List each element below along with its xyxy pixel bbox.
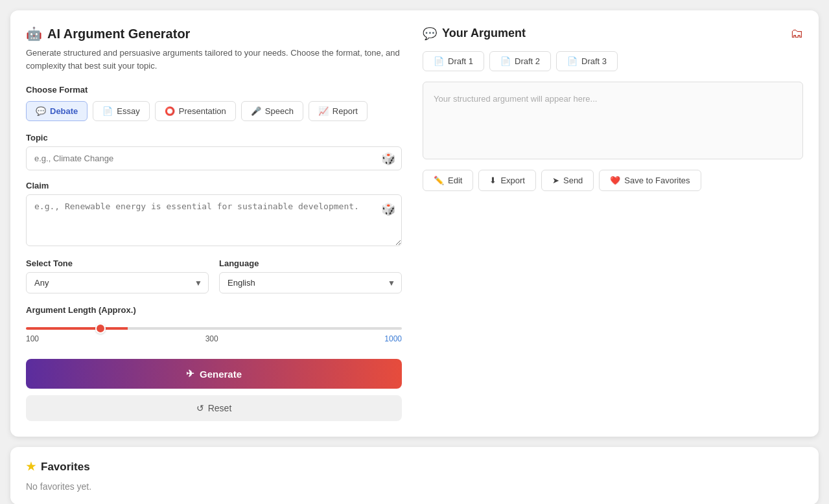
length-slider[interactable] — [26, 327, 402, 330]
draft-2-tab[interactable]: 📄 Draft 2 — [489, 51, 551, 71]
claim-input[interactable] — [26, 194, 402, 246]
heart-icon: ❤️ — [610, 176, 620, 185]
slider-label: Argument Length (Approx.) — [26, 305, 402, 315]
essay-icon: 📄 — [102, 106, 113, 116]
star-icon: ★ — [26, 460, 36, 474]
draft-3-icon: 📄 — [567, 56, 578, 66]
favorites-title: ★ Favorites — [26, 460, 803, 474]
favorites-empty: No favorites yet. — [26, 481, 803, 492]
chat-icon: 💬 — [423, 27, 437, 41]
topic-label: Topic — [26, 133, 402, 143]
format-buttons: 💬 Debate 📄 Essay ⭕ Presentation 🎤 Speech… — [26, 101, 402, 121]
slider-section: Argument Length (Approx.) 100 300 1000 — [26, 305, 402, 343]
select-row: Select Tone Any Formal Informal Persuasi… — [26, 258, 402, 293]
topic-input-wrap: 🎲 — [26, 146, 402, 170]
edit-button[interactable]: ✏️ Edit — [423, 170, 473, 191]
edit-icon: ✏️ — [434, 176, 444, 185]
export-icon: ⬇ — [489, 176, 496, 185]
claim-input-wrap: 🎲 — [26, 194, 402, 248]
action-buttons: ✏️ Edit ⬇ Export ➤ Send ❤️ Save to Favor… — [423, 170, 803, 191]
presentation-icon: ⭕ — [165, 106, 175, 116]
output-header: 💬 Your Argument 🗂 — [423, 26, 803, 41]
generate-button[interactable]: ✈ Generate — [26, 359, 402, 389]
app-subtitle: Generate structured and persuasive argum… — [26, 47, 402, 72]
format-label: Choose Format — [26, 85, 402, 95]
favorites-card: ★ Favorites No favorites yet. — [10, 447, 819, 504]
tone-select[interactable]: Any Formal Informal Persuasive Neutral — [26, 272, 209, 293]
slider-wrap — [26, 321, 402, 332]
send-icon: ✈ — [186, 368, 194, 380]
language-select-wrap: English Spanish French German Chinese ▼ — [219, 272, 402, 293]
format-presentation-button[interactable]: ⭕ Presentation — [155, 101, 236, 121]
reset-button[interactable]: ↺ Reset — [26, 395, 402, 421]
export-button[interactable]: ⬇ Export — [478, 170, 536, 191]
format-speech-button[interactable]: 🎤 Speech — [241, 101, 303, 121]
report-icon: 📈 — [318, 106, 329, 116]
tone-label: Select Tone — [26, 258, 209, 268]
claim-group: Claim 🎲 — [26, 181, 402, 248]
topic-dice-icon[interactable]: 🎲 — [381, 152, 395, 166]
reset-icon: ↺ — [196, 403, 204, 413]
format-essay-button[interactable]: 📄 Essay — [93, 101, 149, 121]
language-label: Language — [219, 258, 402, 268]
argument-output: Your structured argument will appear her… — [423, 82, 803, 159]
robot-icon: 🤖 — [26, 26, 42, 41]
topic-group: Topic 🎲 — [26, 133, 402, 170]
format-report-button[interactable]: 📈 Report — [309, 101, 368, 121]
draft-1-tab[interactable]: 📄 Draft 1 — [423, 51, 484, 71]
claim-label: Claim — [26, 181, 402, 190]
tone-group: Select Tone Any Formal Informal Persuasi… — [26, 258, 209, 293]
topic-input[interactable] — [26, 146, 402, 170]
language-group: Language English Spanish French German C… — [219, 258, 402, 293]
slider-ticks: 100 300 1000 — [26, 334, 402, 343]
send-action-icon: ➤ — [552, 176, 559, 185]
draft-2-icon: 📄 — [500, 56, 511, 66]
output-title: 💬 Your Argument — [423, 27, 526, 41]
draft-tabs: 📄 Draft 1 📄 Draft 2 📄 Draft 3 — [423, 51, 803, 71]
copy-icon[interactable]: 🗂 — [790, 26, 803, 41]
language-select[interactable]: English Spanish French German Chinese — [219, 272, 402, 293]
claim-dice-icon[interactable]: 🎲 — [381, 202, 395, 216]
save-favorites-button[interactable]: ❤️ Save to Favorites — [599, 170, 701, 191]
send-button[interactable]: ➤ Send — [541, 170, 594, 191]
debate-icon: 💬 — [36, 106, 46, 116]
app-title: 🤖 AI Argument Generator — [26, 26, 402, 41]
format-debate-button[interactable]: 💬 Debate — [26, 101, 88, 121]
draft-3-tab[interactable]: 📄 Draft 3 — [556, 51, 618, 71]
speech-icon: 🎤 — [251, 106, 261, 116]
tone-select-wrap: Any Formal Informal Persuasive Neutral ▼ — [26, 272, 209, 293]
draft-1-icon: 📄 — [434, 56, 444, 66]
